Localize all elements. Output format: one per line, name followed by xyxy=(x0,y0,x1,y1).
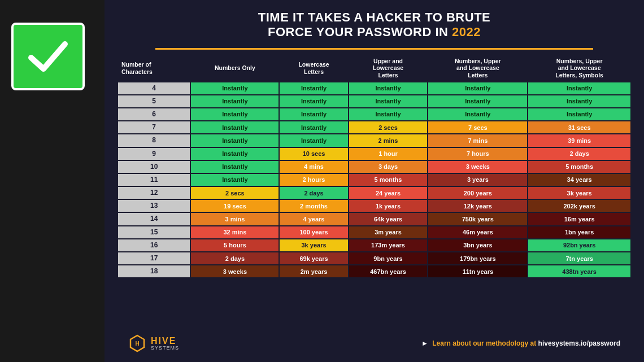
table-row: 15 32 mins 100 years 3m years 46m years … xyxy=(118,226,630,238)
hive-logo-name: HIVE xyxy=(151,337,179,346)
r8-num: Instantly xyxy=(191,134,279,146)
chars-11: 11 xyxy=(118,174,190,186)
r12-num-upper-lower: 200 years xyxy=(428,187,527,199)
chars-14: 14 xyxy=(118,213,190,225)
r13-num-upper-lower: 12k years xyxy=(428,200,527,212)
r12-upper-lower: 24 years xyxy=(349,187,428,199)
checkmark-box xyxy=(11,23,85,90)
r8-all: 39 mins xyxy=(528,134,630,146)
r10-upper-lower: 3 days xyxy=(349,161,428,173)
chars-16: 16 xyxy=(118,239,190,251)
r4-all: Instantly xyxy=(528,82,630,94)
r14-all: 16m years xyxy=(528,213,630,225)
r11-all: 34 years xyxy=(528,174,630,186)
r14-num-upper-lower: 750k years xyxy=(428,213,527,225)
footer-arrow-icon: ► xyxy=(421,339,430,347)
r7-num: Instantly xyxy=(191,121,279,133)
r12-all: 3k years xyxy=(528,187,630,199)
hive-logo-svg: H xyxy=(128,334,146,352)
r13-all: 202k years xyxy=(528,200,630,212)
r4-upper-lower: Instantly xyxy=(349,82,428,94)
chars-17: 17 xyxy=(118,252,190,264)
r6-upper-lower: Instantly xyxy=(349,108,428,120)
title-section: TIME IT TAKES A HACKER TO BRUTE FORCE YO… xyxy=(117,10,632,40)
r4-lower: Instantly xyxy=(280,82,347,94)
chars-7: 7 xyxy=(118,121,190,133)
col-header-num-only: Numbers Only xyxy=(191,55,279,81)
r5-upper-lower: Instantly xyxy=(349,95,428,107)
r17-num-upper-lower: 179bn years xyxy=(428,252,527,264)
r5-all: Instantly xyxy=(528,95,630,107)
footer-cta-text: Learn about our methodology at hivesyste… xyxy=(432,339,620,347)
r16-upper-lower: 173m years xyxy=(349,239,428,251)
r8-num-upper-lower: 7 mins xyxy=(428,134,527,146)
chars-8: 8 xyxy=(118,134,190,146)
chars-15: 15 xyxy=(118,226,190,238)
r11-lower: 2 hours xyxy=(280,174,347,186)
col-header-all: Numbers, Upperand LowercaseLetters, Symb… xyxy=(528,55,630,81)
r13-upper-lower: 1k years xyxy=(349,200,428,212)
r14-num: 3 mins xyxy=(191,213,279,225)
r9-num: Instantly xyxy=(191,148,279,160)
title-line1: TIME IT TAKES A HACKER TO BRUTE xyxy=(117,10,632,25)
r18-upper-lower: 467bn years xyxy=(349,265,428,277)
table-row: 18 3 weeks 2m years 467bn years 11tn yea… xyxy=(118,265,630,277)
main-card: TIME IT TAKES A HACKER TO BRUTE FORCE YO… xyxy=(105,0,644,362)
r4-num-upper-lower: Instantly xyxy=(428,82,527,94)
r18-num: 3 weeks xyxy=(191,265,279,277)
col-header-lower: LowercaseLetters xyxy=(280,55,347,81)
title-text-1: TIME IT TAKES A HACKER TO BRUTE xyxy=(258,10,491,24)
r15-num: 32 mins xyxy=(191,226,279,238)
r8-lower: Instantly xyxy=(280,134,347,146)
r9-lower: 10 secs xyxy=(280,148,347,160)
r16-lower: 3k years xyxy=(280,239,347,251)
r11-upper-lower: 5 months xyxy=(349,174,428,186)
title-line2: FORCE YOUR PASSWORD IN 2022 xyxy=(117,25,632,40)
table-row: 17 2 days 69k years 9bn years 179bn year… xyxy=(118,252,630,264)
left-panel xyxy=(0,0,105,362)
r5-num-upper-lower: Instantly xyxy=(428,95,527,107)
r7-num-upper-lower: 7 secs xyxy=(428,121,527,133)
outer-container: TIME IT TAKES A HACKER TO BRUTE FORCE YO… xyxy=(0,0,644,362)
r12-num: 2 secs xyxy=(191,187,279,199)
footer: H HIVE SYSTEMS ► Learn about our methodo… xyxy=(117,330,632,356)
r11-num: Instantly xyxy=(191,174,279,186)
table-row: 16 5 hours 3k years 173m years 3bn years… xyxy=(118,239,630,251)
r9-upper-lower: 1 hour xyxy=(349,148,428,160)
r10-num-upper-lower: 3 weeks xyxy=(428,161,527,173)
table-row: 5 Instantly Instantly Instantly Instantl… xyxy=(118,95,630,107)
col-header-upper-lower: Upper andLowercaseLetters xyxy=(349,55,428,81)
chars-13: 13 xyxy=(118,200,190,212)
table-row: 10 Instantly 4 mins 3 days 3 weeks 5 mon… xyxy=(118,161,630,173)
table-row: 14 3 mins 4 years 64k years 750k years 1… xyxy=(118,213,630,225)
r17-upper-lower: 9bn years xyxy=(349,252,428,264)
table-row: 8 Instantly Instantly 2 mins 7 mins 39 m… xyxy=(118,134,630,146)
infographic: TIME IT TAKES A HACKER TO BRUTE FORCE YO… xyxy=(105,0,644,362)
r18-lower: 2m years xyxy=(280,265,347,277)
r9-all: 2 days xyxy=(528,148,630,160)
r17-all: 7tn years xyxy=(528,252,630,264)
r14-lower: 4 years xyxy=(280,213,347,225)
table-row: 7 Instantly Instantly 2 secs 7 secs 31 s… xyxy=(118,121,630,133)
r14-upper-lower: 64k years xyxy=(349,213,428,225)
r5-num: Instantly xyxy=(191,95,279,107)
r7-lower: Instantly xyxy=(280,121,347,133)
r15-lower: 100 years xyxy=(280,226,347,238)
r11-num-upper-lower: 3 years xyxy=(428,174,527,186)
table-row: 4 Instantly Instantly Instantly Instantl… xyxy=(118,82,630,94)
chars-18: 18 xyxy=(118,265,190,277)
table-row: 6 Instantly Instantly Instantly Instantl… xyxy=(118,108,630,120)
chars-12: 12 xyxy=(118,187,190,199)
r7-upper-lower: 2 secs xyxy=(349,121,428,133)
r12-lower: 2 days xyxy=(280,187,347,199)
title-year: 2022 xyxy=(452,25,481,39)
checkmark-icon xyxy=(25,34,71,79)
r7-all: 31 secs xyxy=(528,121,630,133)
r6-all: Instantly xyxy=(528,108,630,120)
r17-num: 2 days xyxy=(191,252,279,264)
col-header-chars: Number ofCharacters xyxy=(118,55,190,81)
r15-upper-lower: 3m years xyxy=(349,226,428,238)
gold-divider xyxy=(155,48,593,50)
table-row: 13 19 secs 2 months 1k years 12k years 2… xyxy=(118,200,630,212)
r8-upper-lower: 2 mins xyxy=(349,134,428,146)
